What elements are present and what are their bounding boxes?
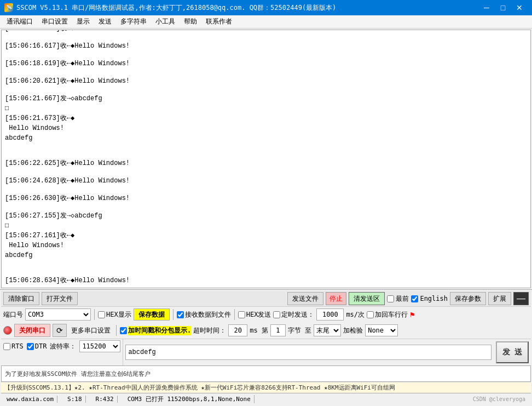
hex-send-label: HEX发送 [246, 310, 271, 319]
timeout-input[interactable] [228, 324, 247, 336]
maximize-button[interactable]: □ [495, 0, 511, 15]
status-bar: www.daxia.com S:18 R:432 COM3 已打开 115200… [1, 393, 531, 405]
title-bar: 📡 SSCOM V5.13.1 串口/网络数据调试器,作者:大虾丁丁,26180… [0, 0, 532, 15]
status-received: R:432 [92, 396, 118, 403]
save-params-button[interactable]: 保存参数 [450, 292, 486, 305]
minus-button[interactable]: — [513, 292, 529, 305]
add-crlf-checkbox[interactable]: 加回车行行 [367, 310, 408, 319]
hex-send-checkbox[interactable]: HEX发送 [238, 310, 271, 319]
clear-send-button[interactable]: 清发送区 [349, 292, 385, 305]
config-row-2: 关闭串口 ⟳ 更多串口设置 加时间戳和分包显示. 超时时间： ms 第 字节 至… [1, 322, 531, 339]
hex-display-label: HEX显示 [106, 310, 131, 319]
checksum-label: 加检验 [343, 326, 363, 335]
dtr-label: DTR [35, 342, 47, 350]
send-file-button[interactable]: 发送文件 [287, 292, 323, 305]
ticker-text: 【升级到SSCOM5.13.1】★2. ★RT-Thread中国人的开源免费操作… [4, 384, 395, 391]
title-bar-left: 📡 SSCOM V5.13.1 串口/网络数据调试器,作者:大虾丁丁,26180… [4, 3, 336, 13]
menu-bar: 通讯端口 串口设置 显示 发送 多字符串 小工具 帮助 联系作者 [0, 15, 532, 28]
send-input[interactable] [125, 345, 491, 360]
status-sent: S:18 [64, 396, 86, 403]
window-controls[interactable]: ─ □ ✕ [478, 0, 528, 15]
toolbar-row: 清除窗口 打开文件 发送文件 停止 清发送区 最前 English 保存参数 扩… [1, 291, 531, 307]
byte-unit: 字节 至 [288, 326, 311, 335]
menu-comm-port[interactable]: 通讯端口 [2, 16, 37, 27]
stop-button[interactable]: 停止 [326, 292, 346, 305]
timeout-label: 超时时间： [193, 326, 226, 335]
recv-to-file-input[interactable] [177, 311, 184, 318]
checksum-select[interactable]: None [365, 324, 398, 336]
timestamp-input[interactable] [120, 327, 127, 334]
timestamp-checkbox[interactable]: 加时间戳和分包显示. [120, 326, 191, 335]
promo-row: 为了更好地发展SSCOM软件 请您注册嘉立创6结尾客户 [1, 365, 531, 382]
rts-input[interactable] [3, 343, 10, 350]
menu-tools[interactable]: 小工具 [151, 16, 180, 27]
status-website: www.daxia.com [3, 396, 57, 403]
send-input-area [123, 339, 494, 365]
clear-window-button[interactable]: 清除窗口 [3, 292, 39, 305]
expand-button[interactable]: 扩展 [488, 292, 511, 305]
bottom-panel: 清除窗口 打开文件 发送文件 停止 清发送区 最前 English 保存参数 扩… [0, 289, 532, 406]
send-button-area: 发 送 [494, 339, 531, 365]
rts-dtr-row: RTS DTR 波特率： 115200 [3, 340, 120, 352]
save-data-button[interactable]: 保存数据 [134, 308, 170, 321]
hex-send-input[interactable] [238, 311, 245, 318]
app-icon: 📡 [4, 3, 13, 12]
menu-display[interactable]: 显示 [72, 16, 94, 27]
byte-end-select[interactable]: 末尾 [314, 324, 341, 336]
window-title: SSCOM V5.13.1 串口/网络数据调试器,作者:大虾丁丁,2618058… [16, 3, 336, 13]
main-content: [15:04:10.506]收←◆Hello Windows![15:06:16… [0, 28, 532, 406]
terminal-display[interactable]: [15:04:10.506]收←◆Hello Windows![15:06:16… [1, 30, 531, 288]
port-select[interactable]: COM3 [25, 308, 91, 321]
left-controls: RTS DTR 波特率： 115200 [1, 339, 123, 365]
timeout-unit: ms 第 [250, 326, 268, 335]
rts-label: RTS [11, 342, 24, 350]
scheduled-send-input[interactable] [273, 311, 280, 318]
close-button[interactable]: ✕ [511, 0, 528, 15]
corner-logo: CSDN @cleveryoga [470, 396, 529, 402]
scheduled-send-label: 定时发送： [281, 310, 314, 319]
send-button[interactable]: 发 送 [496, 341, 529, 363]
ticker-row: 【升级到SSCOM5.13.1】★2. ★RT-Thread中国人的开源免费操作… [1, 382, 531, 393]
dtr-checkbox[interactable]: DTR [27, 342, 47, 350]
status-port-info: COM3 已打开 115200bps,8,1,None,None [124, 395, 255, 403]
last-label: 最前 [396, 294, 409, 304]
add-crlf-label: 加回车行行 [375, 310, 408, 319]
dtr-input[interactable] [27, 343, 34, 350]
interval-unit: ms/次 [346, 310, 365, 319]
menu-serial-settings[interactable]: 串口设置 [37, 16, 72, 27]
close-port-button[interactable]: 关闭串口 [14, 324, 50, 337]
baud-select[interactable]: 115200 [79, 340, 120, 352]
english-label: English [420, 295, 448, 302]
minimize-button[interactable]: ─ [478, 0, 495, 15]
scheduled-send-checkbox[interactable]: 定时发送： [273, 310, 314, 319]
rts-checkbox[interactable]: RTS [3, 342, 24, 350]
menu-contact[interactable]: 联系作者 [201, 16, 236, 27]
hex-display-checkbox[interactable]: HEX显示 [98, 310, 131, 319]
timestamp-label: 加时间戳和分包显示. [128, 326, 191, 335]
menu-multi-string[interactable]: 多字符串 [116, 16, 151, 27]
refresh-button[interactable]: ⟳ [53, 324, 67, 337]
hex-display-input[interactable] [98, 311, 105, 318]
add-crlf-input[interactable] [367, 311, 374, 318]
open-file-button[interactable]: 打开文件 [42, 292, 78, 305]
byte-start-input[interactable] [270, 324, 286, 336]
led-indicator [3, 326, 12, 335]
last-checkbox[interactable] [387, 295, 394, 302]
send-area-container: RTS DTR 波特率： 115200 发 送 [1, 339, 531, 365]
menu-help[interactable]: 帮助 [180, 16, 201, 27]
config-row-1: 端口号 COM3 HEX显示 保存数据 接收数据到文件 HEX发送 [1, 307, 531, 322]
warning-icon: ⚑ [410, 310, 414, 319]
recv-to-file-checkbox[interactable]: 接收数据到文件 [177, 310, 231, 319]
recv-to-file-label: 接收数据到文件 [185, 310, 231, 319]
promo-text: 为了更好地发展SSCOM软件 请您注册嘉立创6结尾客户 [5, 370, 151, 378]
port-label: 端口号 [3, 310, 23, 319]
interval-input[interactable] [316, 308, 344, 321]
more-settings-label: 更多串口设置 [69, 326, 113, 335]
menu-send[interactable]: 发送 [94, 16, 116, 27]
baud-label: 波特率： [50, 342, 76, 351]
english-checkbox[interactable] [411, 295, 418, 302]
